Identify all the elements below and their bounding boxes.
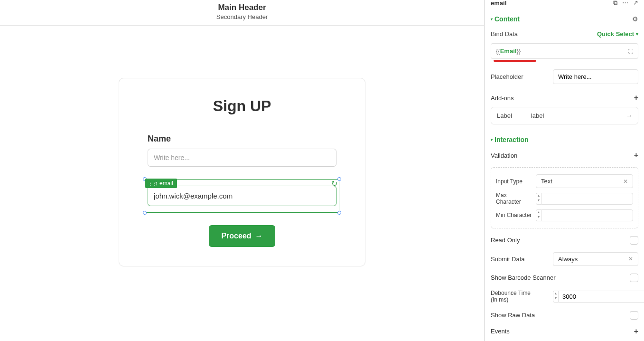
email-control-selected[interactable]: ⋮⋮ ↑ email ↻ [148, 186, 336, 206]
add-validation-button[interactable]: + [634, 151, 638, 160]
property-sidebar: email ⧉ ⋯ ↗ ▾Content ⚙ Bind Data Quick S… [485, 0, 644, 341]
min-char-input[interactable] [541, 209, 633, 221]
submit-data-select[interactable]: Always ✕ [553, 252, 638, 266]
quick-select-button[interactable]: Quick Select ▾ [597, 30, 638, 38]
secondary-header: Secondary Header [0, 13, 484, 20]
addon-key: Label [497, 112, 512, 119]
card-title: Sign UP [148, 97, 336, 115]
clear-icon[interactable]: ✕ [623, 178, 628, 185]
validation-label: Validation [491, 152, 517, 159]
control-name-row: email ⧉ ⋯ ↗ [485, 0, 644, 10]
barcode-label: Show Barcode Scanner [491, 274, 556, 281]
section-interaction[interactable]: ▾Interaction [485, 131, 644, 148]
placeholder-label: Placeholder [491, 73, 523, 80]
fullscreen-icon[interactable]: ⛶ [628, 48, 633, 54]
events-label: Events [491, 328, 510, 335]
drag-grip-icon[interactable]: ⋮⋮ [148, 181, 153, 186]
chevron-down-icon: ▾ [636, 31, 638, 37]
proceed-button[interactable]: Proceed → [209, 225, 275, 247]
debounce-input[interactable] [558, 291, 644, 303]
readonly-label: Read Only [491, 237, 520, 244]
resize-handle-br[interactable] [337, 211, 341, 215]
canvas-preview: Main Header Secondary Header Sign UP Nam… [0, 0, 485, 341]
input-type-select[interactable]: Text ✕ [536, 174, 633, 188]
signup-card: Sign UP Name ⋮⋮ ↑ email ↻ Proceed → [119, 78, 365, 266]
name-label: Name [148, 134, 336, 144]
resize-handle-tr[interactable] [337, 177, 341, 181]
addons-label: Add-ons [491, 95, 513, 102]
add-event-button[interactable]: + [634, 327, 638, 336]
email-input[interactable] [148, 186, 336, 206]
placeholder-input[interactable] [553, 69, 638, 84]
copy-icon[interactable]: ⧉ [613, 0, 617, 7]
canvas-header: Main Header Secondary Header [0, 0, 484, 26]
gear-icon[interactable]: ⚙ [632, 15, 638, 23]
min-char-label: Min Character [496, 212, 532, 218]
max-char-input[interactable] [541, 193, 633, 205]
main-header: Main Header [0, 3, 484, 12]
addon-value: label [531, 112, 544, 119]
arrow-right-icon: → [626, 112, 632, 119]
control-name: email [491, 0, 506, 7]
selection-tag-label: email [159, 180, 173, 187]
arrow-right-icon: → [255, 232, 263, 240]
debounce-label: Debounce Time (In ms) [491, 290, 538, 303]
max-char-spinner[interactable]: ▴▾ [536, 193, 541, 205]
clear-icon[interactable]: ✕ [628, 256, 633, 262]
proceed-label: Proceed [221, 232, 251, 240]
barcode-checkbox[interactable] [630, 274, 638, 282]
section-content[interactable]: ▾Content ⚙ [485, 10, 644, 28]
selection-tag[interactable]: ⋮⋮ ↑ email [145, 179, 177, 188]
resize-handle-bl[interactable] [143, 211, 147, 215]
bind-expression-input[interactable]: {{Email}} ⛶ [491, 43, 638, 59]
caret-down-icon: ▾ [491, 138, 493, 142]
annotation-underline [494, 60, 536, 62]
input-type-label: Input Type [496, 178, 532, 185]
max-char-label: Max Character [496, 192, 532, 206]
add-addon-button[interactable]: + [634, 94, 638, 102]
caret-down-icon: ▾ [491, 17, 493, 21]
expand-icon[interactable]: ↗ [633, 0, 638, 7]
show-raw-label: Show Raw Data [491, 312, 535, 319]
name-input[interactable] [148, 149, 336, 167]
more-icon[interactable]: ⋯ [622, 0, 628, 7]
addon-label-row[interactable]: Label label → [491, 107, 638, 124]
debounce-spinner[interactable]: ▴▾ [553, 291, 558, 303]
min-char-spinner[interactable]: ▴▾ [536, 209, 541, 221]
refresh-icon[interactable]: ↻ [331, 179, 337, 188]
show-raw-checkbox[interactable] [630, 311, 638, 320]
bind-data-label: Bind Data [491, 30, 518, 38]
submit-data-label: Submit Data [491, 256, 525, 263]
readonly-checkbox[interactable] [630, 236, 638, 245]
validation-box: Input Type Text ✕ Max Character ▴▾ Min C… [491, 167, 638, 228]
